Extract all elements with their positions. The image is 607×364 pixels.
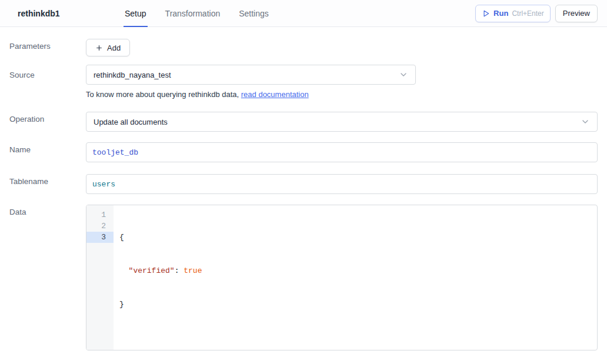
tablename-input-value: users — [92, 180, 115, 189]
line-number: 1 — [86, 209, 114, 221]
name-input[interactable]: tooljet_db — [86, 142, 598, 162]
operation-select[interactable]: Update all documents — [86, 112, 598, 132]
source-label: Source — [0, 65, 86, 99]
query-editor-header: rethinkdb1 Setup Transformation Settings… — [0, 0, 607, 27]
tab-transformation[interactable]: Transformation — [164, 0, 222, 26]
code-content[interactable]: { "verified": true } — [114, 205, 597, 350]
operation-row: Operation Update all documents — [0, 112, 607, 132]
plus-icon — [95, 44, 103, 52]
chevron-down-icon — [581, 117, 590, 126]
header-actions: Run Ctrl+Enter Preview — [475, 5, 598, 22]
run-button-label: Run — [493, 9, 508, 18]
source-help-prefix: To know more about querying rethinkdb da… — [86, 90, 241, 99]
add-parameter-button[interactable]: Add — [86, 39, 130, 56]
query-tabs: Setup Transformation Settings — [124, 0, 270, 26]
tablename-row: Tablename users — [0, 174, 607, 194]
tablename-input[interactable]: users — [86, 174, 598, 194]
chevron-down-icon — [399, 70, 408, 79]
name-label: Name — [0, 142, 86, 162]
code-line-1: { — [119, 232, 597, 243]
line-number-gutter: 1 2 3 — [86, 205, 114, 350]
play-icon — [482, 9, 490, 18]
code-line-3: } — [119, 299, 597, 310]
preview-button[interactable]: Preview — [555, 5, 598, 22]
parameters-row: Parameters Add — [0, 39, 607, 56]
tab-setup[interactable]: Setup — [124, 0, 148, 26]
operation-label: Operation — [0, 112, 86, 132]
data-label: Data — [0, 205, 86, 350]
run-shortcut-hint: Ctrl+Enter — [512, 9, 543, 18]
source-row: Source rethinkdb_nayana_test To know mor… — [0, 65, 607, 99]
source-help-text: To know more about querying rethinkdb da… — [86, 90, 598, 99]
line-number: 2 — [86, 221, 114, 232]
line-number-active: 3 — [86, 232, 114, 243]
json-key: "verified" — [129, 266, 175, 275]
tab-settings[interactable]: Settings — [238, 0, 270, 26]
add-parameter-label: Add — [107, 44, 121, 52]
read-documentation-link[interactable]: read documentation — [241, 90, 309, 99]
data-row: Data 1 2 3 { "verified": true } — [0, 205, 607, 350]
name-input-value: tooljet_db — [92, 148, 138, 157]
source-selected-value: rethinkdb_nayana_test — [94, 71, 171, 79]
data-code-editor[interactable]: 1 2 3 { "verified": true } — [86, 205, 598, 350]
name-row: Name tooljet_db — [0, 142, 607, 162]
query-title: rethinkdb1 — [18, 9, 106, 18]
json-boolean-value: true — [184, 266, 202, 275]
source-select[interactable]: rethinkdb_nayana_test — [86, 65, 416, 85]
operation-selected-value: Update all documents — [94, 118, 168, 126]
code-line-2: "verified": true — [119, 265, 597, 276]
tablename-label: Tablename — [0, 174, 86, 194]
query-setup-panel: Parameters Add Source rethinkdb_nayana_t… — [0, 27, 607, 350]
run-button[interactable]: Run Ctrl+Enter — [475, 5, 551, 22]
parameters-label: Parameters — [0, 39, 86, 56]
